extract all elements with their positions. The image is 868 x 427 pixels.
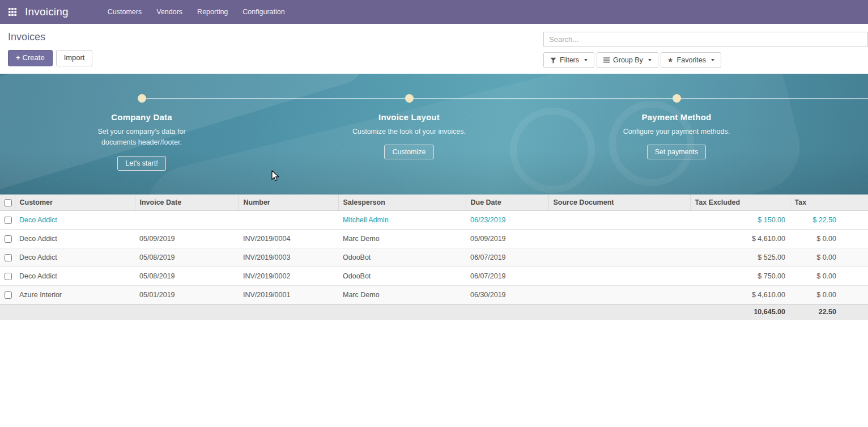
cell-invoice-date: 05/08/2019: [135, 267, 239, 285]
invoice-list-table: Customer Invoice Date Number Salesperson…: [0, 195, 868, 320]
filters-button-label: Filters: [560, 56, 579, 64]
table-row[interactable]: Deco Addict 05/08/2019 INV/2019/0002 Odo…: [0, 267, 868, 285]
chevron-down-icon: [711, 59, 714, 61]
cell-salesperson: OdooBot: [338, 248, 466, 267]
cell-number: INV/2019/0002: [239, 267, 338, 285]
create-button-label: Create: [23, 53, 45, 62]
favorites-button[interactable]: ★ Favorites: [661, 52, 721, 68]
create-button[interactable]: +Create: [8, 50, 53, 66]
table-row[interactable]: Deco Addict 05/09/2019 INV/2019/0004 Mar…: [0, 229, 868, 248]
row-checkbox[interactable]: [5, 217, 12, 224]
group-by-list-icon: [603, 57, 610, 63]
col-header-due-date[interactable]: Due Date: [466, 195, 548, 210]
select-all-checkbox[interactable]: [5, 199, 12, 206]
cell-tax: $ 0.00: [790, 229, 868, 248]
nav-configuration[interactable]: Configuration: [235, 0, 292, 24]
cell-tax: $ 22.50: [790, 210, 868, 229]
progress-dot-icon: [673, 94, 681, 103]
step-description: Configure your payment methods.: [623, 126, 730, 137]
control-panel: Invoices +Create Import Filters Group By: [0, 24, 868, 74]
col-header-invoice-date[interactable]: Invoice Date: [135, 195, 239, 210]
group-by-button-label: Group By: [613, 56, 643, 64]
cell-invoice-date: [135, 210, 239, 229]
filters-button[interactable]: Filters: [543, 52, 594, 68]
row-checkbox[interactable]: [5, 235, 12, 243]
step-description: Customize the look of your invoices.: [352, 126, 466, 137]
row-checkbox[interactable]: [5, 291, 12, 299]
cell-source-document: [548, 229, 690, 248]
cell-tax-excluded: $ 4,610.00: [690, 285, 790, 304]
cell-due-date: 06/07/2019: [466, 267, 548, 285]
cell-number: INV/2019/0004: [239, 229, 338, 248]
cell-number: INV/2019/0003: [239, 248, 338, 267]
nav-reporting[interactable]: Reporting: [190, 0, 235, 24]
progress-dot-icon: [405, 94, 414, 103]
col-header-salesperson[interactable]: Salesperson: [338, 195, 466, 210]
progress-dot-icon: [138, 94, 146, 103]
cell-invoice-date: 05/08/2019: [135, 248, 239, 267]
apps-menu-button[interactable]: [5, 4, 20, 20]
table-row[interactable]: Azure Interior 05/01/2019 INV/2019/0001 …: [0, 285, 868, 304]
favorites-button-label: Favorites: [677, 56, 706, 64]
onboarding-progress-line: [142, 98, 868, 99]
plus-icon: +: [16, 53, 20, 62]
cell-customer: Deco Addict: [15, 229, 135, 248]
onboarding-step-payment-method: Payment Method Configure your payment me…: [597, 94, 756, 159]
cell-source-document: [548, 210, 690, 229]
nav-customers[interactable]: Customers: [100, 0, 149, 24]
col-header-source-document[interactable]: Source Document: [548, 195, 690, 210]
col-header-customer[interactable]: Customer: [15, 195, 135, 210]
onboarding-banner: Company Data Set your company's data for…: [0, 74, 868, 195]
cell-tax-excluded: $ 4,610.00: [690, 229, 790, 248]
col-header-tax[interactable]: Tax: [790, 195, 868, 210]
cell-salesperson: Marc Demo: [338, 285, 466, 304]
import-button[interactable]: Import: [56, 50, 93, 66]
cell-due-date: 06/30/2019: [466, 285, 548, 304]
group-by-button[interactable]: Group By: [597, 52, 658, 68]
cell-number: INV/2019/0001: [239, 285, 338, 304]
cell-salesperson: OdooBot: [338, 267, 466, 285]
table-footer-row: 10,645.00 22.50: [0, 304, 868, 320]
cell-invoice-date: 05/09/2019: [135, 229, 239, 248]
search-options-bar: Filters Group By ★ Favorites: [543, 52, 868, 68]
onboarding-step-company-data: Company Data Set your company's data for…: [62, 94, 221, 171]
chevron-down-icon: [648, 59, 652, 61]
page-title: Invoices: [8, 31, 92, 43]
cell-tax: $ 0.00: [790, 285, 868, 304]
top-navbar: Invoicing Customers Vendors Reporting Co…: [0, 0, 868, 24]
step-title: Invoice Layout: [378, 112, 440, 122]
cell-tax: $ 0.00: [790, 248, 868, 267]
col-header-tax-excluded[interactable]: Tax Excluded: [690, 195, 790, 210]
main-menu: Customers Vendors Reporting Configuratio…: [100, 0, 292, 24]
footer-spacer: [0, 304, 690, 320]
onboarding-step-invoice-layout: Invoice Layout Customize the look of you…: [330, 94, 488, 159]
step-title: Company Data: [111, 112, 172, 122]
app-title[interactable]: Invoicing: [25, 6, 69, 18]
cell-tax: $ 0.00: [790, 267, 868, 285]
cell-salesperson: Marc Demo: [338, 229, 466, 248]
cell-tax-excluded: $ 750.00: [690, 267, 790, 285]
row-checkbox[interactable]: [5, 273, 12, 280]
step-title: Payment Method: [642, 112, 712, 122]
cell-number: [239, 210, 338, 229]
set-payments-button[interactable]: Set payments: [647, 145, 706, 159]
lets-start-button[interactable]: Let's start!: [117, 156, 165, 171]
total-tax-excluded: 10,645.00: [690, 304, 790, 320]
col-header-number[interactable]: Number: [239, 195, 338, 210]
table-row[interactable]: Deco Addict 05/08/2019 INV/2019/0003 Odo…: [0, 248, 868, 267]
cell-due-date: 06/23/2019: [466, 210, 548, 229]
cell-invoice-date: 05/01/2019: [135, 285, 239, 304]
step-description: Set your company's data for documents he…: [82, 126, 202, 149]
apps-grid-icon: [8, 8, 16, 16]
table-header-row: Customer Invoice Date Number Salesperson…: [0, 195, 868, 210]
customize-button[interactable]: Customize: [384, 145, 433, 159]
funnel-icon: [550, 57, 556, 64]
table-row[interactable]: Deco Addict Mitchell Admin 06/23/2019 $ …: [0, 210, 868, 229]
cell-source-document: [548, 285, 690, 304]
search-input[interactable]: [543, 32, 868, 46]
chevron-down-icon: [584, 59, 588, 61]
cell-tax-excluded: $ 150.00: [690, 210, 790, 229]
nav-vendors[interactable]: Vendors: [149, 0, 190, 24]
row-checkbox[interactable]: [5, 254, 12, 261]
cell-due-date: 06/07/2019: [466, 248, 548, 267]
